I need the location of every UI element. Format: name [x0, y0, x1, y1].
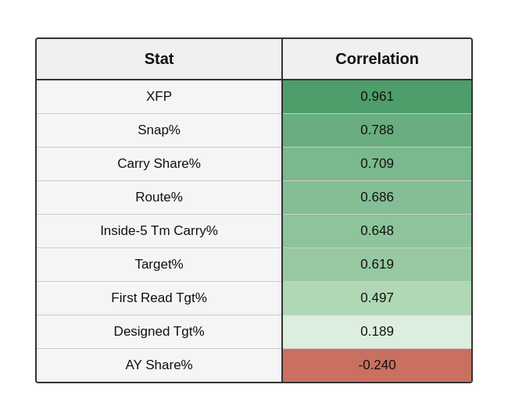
- table-row: Inside-5 Tm Carry%0.648: [37, 214, 471, 247]
- table-row: AY Share%-0.240: [37, 348, 471, 382]
- stat-column-header: Stat: [37, 39, 282, 80]
- table-row: First Read Tgt%0.497: [37, 281, 471, 315]
- stat-cell: Snap%: [37, 113, 282, 147]
- stat-cell: AY Share%: [37, 348, 282, 382]
- correlation-cell: 0.788: [282, 113, 471, 147]
- table-header-row: Stat Correlation: [37, 39, 471, 80]
- correlation-cell: 0.189: [282, 315, 471, 348]
- stat-cell: Target%: [37, 247, 282, 281]
- stat-cell: Route%: [37, 180, 282, 214]
- stat-cell: Carry Share%: [37, 147, 282, 180]
- correlation-cell: 0.648: [282, 214, 471, 247]
- table-row: Snap%0.788: [37, 113, 471, 147]
- stat-cell: XFP: [37, 80, 282, 114]
- correlation-cell: -0.240: [282, 348, 471, 382]
- table-row: Target%0.619: [37, 247, 471, 281]
- table-row: Carry Share%0.709: [37, 147, 471, 180]
- correlation-cell: 0.709: [282, 147, 471, 180]
- table-row: Route%0.686: [37, 180, 471, 214]
- correlation-cell: 0.497: [282, 281, 471, 315]
- correlation-column-header: Correlation: [282, 39, 471, 80]
- stat-cell: Designed Tgt%: [37, 315, 282, 348]
- correlation-cell: 0.961: [282, 80, 471, 114]
- table-row: Designed Tgt%0.189: [37, 315, 471, 348]
- stat-cell: Inside-5 Tm Carry%: [37, 214, 282, 247]
- correlation-table: Stat Correlation XFP0.961Snap%0.788Carry…: [35, 37, 473, 383]
- correlation-cell: 0.619: [282, 247, 471, 281]
- table-row: XFP0.961: [37, 80, 471, 114]
- stat-cell: First Read Tgt%: [37, 281, 282, 315]
- correlation-cell: 0.686: [282, 180, 471, 214]
